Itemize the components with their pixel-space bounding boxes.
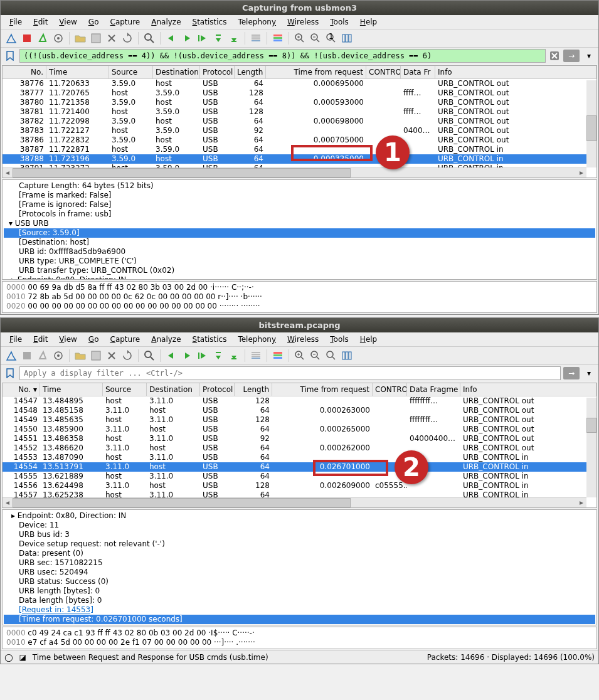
find-button[interactable] [142,349,156,363]
menu-file[interactable]: File [4,334,27,345]
tree-endpoint[interactable]: ▸ Endpoint: 0x80, Direction: IN [4,275,595,280]
detail-source[interactable]: [Source: 3.59.0] [4,228,595,238]
table-row[interactable]: 3877711.720765host3.59.0USB128ffff…URB_C… [3,88,596,98]
filter-dropdown-button[interactable]: ▾ [582,49,596,63]
resize-columns-button[interactable] [340,31,354,45]
reload-button[interactable] [120,349,134,363]
menu-tools[interactable]: Tools [325,16,354,28]
close-file-button[interactable] [105,349,119,363]
col-source[interactable]: Source [109,66,153,78]
auto-scroll-button[interactable] [249,349,263,363]
packet-details[interactable]: Capture Length: 64 bytes (512 bits) [Fra… [2,179,597,280]
go-back-button[interactable] [164,31,178,45]
h-scrollbar[interactable]: ◂▸ [3,167,586,178]
col-tfr[interactable]: Time from request [272,383,373,396]
bookmark-filter-icon[interactable] [3,49,17,63]
hex-view[interactable]: 0000 c0 49 24 ca c1 93 ff ff 43 02 80 0b… [2,627,597,649]
shark-fin-icon[interactable] [4,349,18,363]
col-info[interactable]: Info [460,383,596,396]
zoom-reset-button[interactable] [324,349,338,363]
tree-endpoint[interactable]: ▸ Endpoint: 0x80, Direction: IN [4,511,595,521]
col-ctrl[interactable]: CONTROL [373,383,407,396]
menu-view[interactable]: View [54,334,82,345]
save-button[interactable] [89,349,103,363]
menu-help[interactable]: Help [355,16,382,28]
menu-telephony[interactable]: Telephony [233,334,281,345]
detail-time-from-request[interactable]: [Time from request: 0.026701000 seconds] [4,615,595,624]
menu-capture[interactable]: Capture [105,16,145,28]
table-row[interactable]: 1455013.4859003.11.0hostUSB640.000265000… [3,425,596,434]
table-row[interactable]: 3878611.7228323.59.0hostUSB640.000705000… [3,135,596,145]
stop-capture-button[interactable] [20,349,34,363]
colorize-button[interactable] [271,31,285,45]
menu-tools[interactable]: Tools [325,334,354,345]
expert-info-icon[interactable]: ◪ [19,653,26,662]
col-dest[interactable]: Destination [153,66,200,78]
v-scrollbar[interactable] [586,398,596,497]
col-tfr[interactable]: Time from request [266,66,366,78]
table-row[interactable]: 3878311.722127host3.59.0USB920400…URB_CO… [3,126,596,135]
zoom-out-button[interactable] [309,349,322,363]
apply-filter-button[interactable]: → [563,367,580,379]
menu-help[interactable]: Help [355,334,382,345]
restart-capture-button[interactable] [36,349,50,363]
go-back-button[interactable] [164,349,178,363]
zoom-reset-button[interactable]: 1 [324,31,338,45]
col-ctrl[interactable]: CONTROL [366,66,401,78]
packet-list-header[interactable]: No. ▾ Time Source Destination Protocol L… [3,383,596,396]
hex-view[interactable]: 0000 00 69 9a db d5 8a ff ff 43 02 80 3b… [2,281,597,313]
menu-wireless[interactable]: Wireless [282,16,324,28]
table-row[interactable]: 1455613.6244983.11.0hostUSB1280.00260900… [3,481,596,491]
table-row[interactable]: 1455413.5137913.11.0hostUSB640.026701000… [3,462,596,472]
go-first-button[interactable] [211,349,225,363]
go-last-button[interactable] [227,349,241,363]
display-filter-input[interactable] [19,49,546,63]
col-proto[interactable]: Protocol [200,66,235,78]
menu-wireless[interactable]: Wireless [282,334,324,345]
reload-button[interactable] [120,31,134,45]
stop-capture-button[interactable] [20,31,34,45]
zoom-out-button[interactable] [309,31,322,45]
col-proto[interactable]: Protocol [200,383,235,396]
filter-dropdown-button[interactable]: ▾ [582,366,596,380]
open-file-button[interactable] [73,31,87,45]
go-forward-button[interactable] [180,31,194,45]
packet-details[interactable]: ▸ Endpoint: 0x80, Direction: IN Device: … [2,509,597,625]
table-row[interactable]: 1455113.486358host3.11.0USB9204000400…UR… [3,434,596,443]
zoom-in-button[interactable] [293,31,307,45]
packet-list-header[interactable]: No. Time Source Destination Protocol Len… [3,66,596,79]
menu-go[interactable]: Go [83,16,104,28]
shark-fin-icon[interactable] [4,31,18,45]
zoom-in-button[interactable] [293,349,307,363]
menu-file[interactable]: File [4,16,27,28]
menu-capture[interactable]: Capture [105,334,145,345]
col-no[interactable]: No. ▾ [3,383,40,396]
open-file-button[interactable] [73,349,87,363]
table-row[interactable]: 3878011.7213583.59.0hostUSB640.000593000… [3,98,596,107]
col-len[interactable]: Length [235,66,266,78]
table-row[interactable]: 3878111.721400host3.59.0USB128ffff…URB_C… [3,107,596,117]
v-scrollbar[interactable] [586,80,596,167]
detail-request-link[interactable]: [Request in: 14553] [4,605,595,615]
menu-statistics[interactable]: Statistics [188,334,232,345]
col-time[interactable]: Time [40,383,103,396]
menu-go[interactable]: Go [83,334,104,345]
table-row[interactable]: 3877611.7206333.59.0hostUSB640.000695000… [3,79,596,88]
table-row[interactable]: 3878211.7220983.59.0hostUSB640.000698000… [3,117,596,126]
colorize-button[interactable] [271,349,285,363]
menu-telephony[interactable]: Telephony [233,16,281,28]
table-row[interactable]: 1455313.487090host3.11.0USB64URB_CONTROL… [3,453,596,462]
bookmark-filter-icon[interactable] [3,366,17,380]
menu-edit[interactable]: Edit [28,16,53,28]
col-source[interactable]: Source [103,383,147,396]
menu-view[interactable]: View [54,16,82,28]
go-forward-button[interactable] [180,349,194,363]
col-time[interactable]: Time [46,66,109,78]
capture-options-button[interactable] [51,31,65,45]
restart-capture-button[interactable] [36,31,50,45]
h-scrollbar[interactable]: ◂▸ [3,497,586,507]
col-dest[interactable]: Destination [147,383,200,396]
table-row[interactable]: 1454813.4851583.11.0hostUSB640.000263000… [3,406,596,415]
col-df[interactable]: Data Fr [401,66,435,78]
capture-options-button[interactable] [51,349,65,363]
